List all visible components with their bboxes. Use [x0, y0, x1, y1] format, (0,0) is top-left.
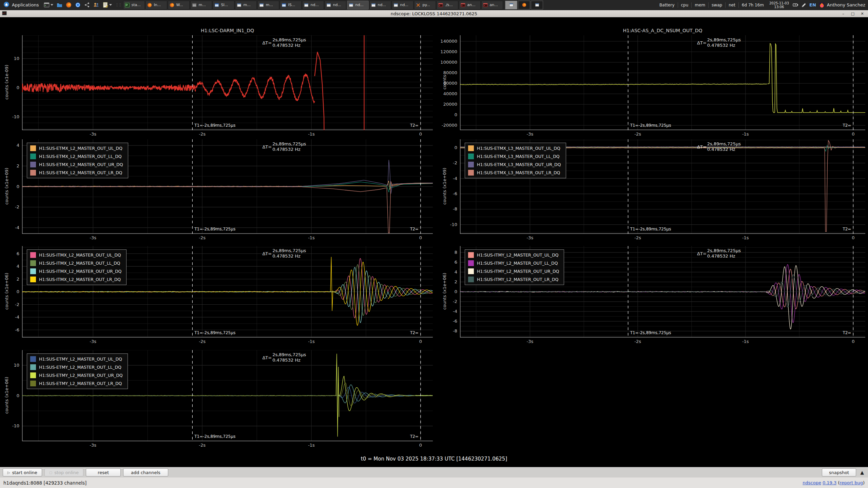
taskbar-window-15[interactable]: an...	[459, 1, 481, 9]
legend-item[interactable]: H1:SUS-ETMX_L2_MASTER_OUT_LL_DQ	[30, 154, 123, 159]
taskbar-window-2[interactable]: W...	[168, 1, 190, 9]
workspace-3[interactable]	[531, 1, 543, 9]
legend-item[interactable]: H1:SUS-ETMX_L3_MASTER_OUT_UR_DQ	[468, 162, 561, 167]
snapshot-button[interactable]: snapshot	[822, 468, 856, 476]
legend-item[interactable]: H1:SUS-ETMY_L2_MASTER_OUT_UL_DQ	[30, 356, 123, 362]
legend-item[interactable]: H1:SUS-ETMX_L2_MASTER_OUT_LR_DQ	[30, 170, 123, 176]
taskbar-window-3[interactable]: m...	[190, 1, 212, 9]
x-tick-label: -1s	[301, 339, 322, 344]
close-button[interactable]: ✕	[860, 11, 865, 16]
legend-swatch	[468, 268, 474, 274]
legend-item[interactable]: H1:SUS-ETMX_L3_MASTER_OUT_UL_DQ	[468, 145, 561, 151]
paren-close: )	[863, 480, 865, 485]
x-tick-label: -1s	[301, 235, 322, 240]
share-launcher[interactable]	[82, 0, 92, 10]
delta-t-annotation: ΔT=2s,89ms,725µs0.478532 Hz	[697, 248, 741, 259]
trace	[196, 74, 315, 102]
workspace-2[interactable]	[518, 1, 530, 9]
maximize-button[interactable]: □	[850, 11, 855, 16]
delta-t-eq: ΔT=	[262, 40, 272, 45]
ndscope-link[interactable]: ndscope	[803, 480, 821, 485]
taskbar-window-0[interactable]: sta...	[123, 1, 145, 9]
taskbar-window-12[interactable]: nd...	[392, 1, 413, 9]
taskbar-window-9[interactable]: nd...	[325, 1, 346, 9]
taskbar-window-8[interactable]: nd...	[302, 1, 324, 9]
reset-button[interactable]: reset	[86, 468, 121, 476]
legend-item[interactable]: H1:SUS-ITMY_L2_MASTER_OUT_UL_DQ	[468, 252, 559, 258]
legend-item[interactable]: H1:SUS-ITMX_L2_MASTER_OUT_LL_DQ	[30, 260, 121, 266]
monitor-battery[interactable]: Battery	[656, 2, 677, 8]
add-channels-button[interactable]: add channels	[123, 468, 168, 476]
legend-item[interactable]: H1:SUS-ETMY_L2_MASTER_OUT_LR_DQ	[30, 381, 123, 386]
taskbar-window-14[interactable]: ./s...	[437, 1, 458, 9]
legend-item[interactable]: H1:SUS-ITMY_L2_MASTER_OUT_UR_DQ	[468, 268, 559, 274]
legend-item[interactable]: H1:SUS-ITMY_L2_MASTER_OUT_LL_DQ	[468, 260, 559, 266]
legend-item[interactable]: H1:SUS-ITMX_L2_MASTER_OUT_UR_DQ	[30, 268, 121, 274]
stop-online-button[interactable]: ▢ stop online	[44, 468, 83, 476]
session-user[interactable]: Anthony Sanchez	[826, 2, 868, 7]
expand-triangle-icon[interactable]: ▲	[860, 470, 864, 475]
legend: H1:SUS-ITMX_L2_MASTER_OUT_UL_DQH1:SUS-IT…	[27, 249, 127, 285]
legend-item[interactable]: H1:SUS-ETMY_L2_MASTER_OUT_LL_DQ	[30, 364, 123, 370]
titlebar[interactable]: ndscope: LOCKLOSS 1446230271.0625 – □ ✕	[0, 10, 868, 17]
terminal-launcher[interactable]	[42, 0, 55, 10]
notes-icon	[102, 2, 108, 8]
plot-canvas-0[interactable]	[22, 35, 433, 130]
applications-button[interactable]: Applications	[0, 0, 42, 10]
legend-item[interactable]: H1:SUS-ITMX_L2_MASTER_OUT_LR_DQ	[30, 277, 121, 282]
taskbar-window-1[interactable]: In...	[146, 1, 167, 9]
start-online-button[interactable]: ▷ start online	[3, 468, 42, 476]
monitor-cpu[interactable]: cpu	[678, 2, 692, 8]
delta-t-duration: 2s,89ms,725µs	[707, 37, 741, 43]
monitor-swap[interactable]: swap	[708, 2, 725, 8]
plot-canvas-1[interactable]	[460, 35, 865, 130]
clock[interactable]: 2025-11-03 13:06	[767, 1, 791, 9]
trace	[315, 52, 326, 130]
battery-icon[interactable]	[791, 0, 800, 10]
y-tick-label: 8	[433, 250, 457, 255]
firefox-launcher[interactable]	[64, 0, 73, 10]
folder-launcher[interactable]	[55, 0, 64, 10]
legend-swatch	[30, 145, 36, 151]
delta-t-frequency: 0.478532 Hz	[707, 147, 741, 152]
legend-item[interactable]: H1:SUS-ETMY_L2_MASTER_OUT_UR_DQ	[30, 372, 123, 378]
globe-launcher[interactable]	[73, 0, 82, 10]
taskbar-window-7[interactable]: IS...	[280, 1, 302, 9]
legend-item[interactable]: H1:SUS-ITMY_L2_MASTER_OUT_LR_DQ	[468, 277, 559, 282]
legend-item[interactable]: H1:SUS-ITMX_L2_MASTER_OUT_UL_DQ	[30, 252, 121, 258]
monitor-net[interactable]: net	[725, 2, 738, 8]
uptime-label[interactable]: 6d 7h 16m	[738, 2, 767, 8]
minimize-button[interactable]: –	[841, 11, 846, 16]
notes-launcher[interactable]	[101, 0, 114, 10]
legend-item[interactable]: H1:SUS-ETMX_L3_MASTER_OUT_LR_DQ	[468, 170, 561, 176]
trace	[777, 108, 865, 113]
x-tick-label: -2s	[192, 235, 212, 240]
taskbar-window-6[interactable]: m...	[257, 1, 279, 9]
plasma-icon[interactable]	[817, 0, 826, 10]
taskbar-window-13[interactable]: py...	[414, 1, 436, 9]
legend-swatch	[30, 252, 36, 258]
t1-cursor-label: T1=-2s,89ms,725µs	[630, 330, 671, 335]
language-indicator[interactable]: EN	[808, 2, 817, 7]
taskbar-window-5[interactable]: m...	[235, 1, 257, 9]
legend-item[interactable]: H1:SUS-ETMX_L2_MASTER_OUT_UR_DQ	[30, 162, 123, 167]
y-tick-label: -6	[433, 319, 457, 324]
taskbar-window-label: m...	[198, 3, 206, 7]
taskbar-window-10[interactable]: nd...	[347, 1, 369, 9]
legend-item[interactable]: H1:SUS-ETMX_L3_MASTER_OUT_LL_DQ	[468, 154, 561, 159]
pencil-icon[interactable]	[800, 0, 808, 10]
workspace-1[interactable]	[505, 1, 517, 9]
version-link[interactable]: 0.19.3	[823, 480, 836, 485]
plot-title: H1:LSC-DARM_IN1_DQ	[22, 28, 433, 33]
monitor-mem[interactable]: mem	[691, 2, 708, 8]
users-launcher[interactable]	[92, 0, 101, 10]
report-bug-link[interactable]: report bug	[840, 480, 863, 485]
taskbar-window-4[interactable]: SI...	[213, 1, 234, 9]
taskbar-window-11[interactable]: nd...	[369, 1, 391, 9]
y-tick-label: -2	[0, 302, 19, 307]
window-controls: – □ ✕	[841, 11, 868, 16]
delta-t-duration: 2s,89ms,725µs	[272, 248, 306, 253]
x-tick-label: -3s	[520, 339, 540, 344]
legend-item[interactable]: H1:SUS-ETMX_L2_MASTER_OUT_UL_DQ	[30, 145, 123, 151]
taskbar-window-16[interactable]: an...	[481, 1, 503, 9]
